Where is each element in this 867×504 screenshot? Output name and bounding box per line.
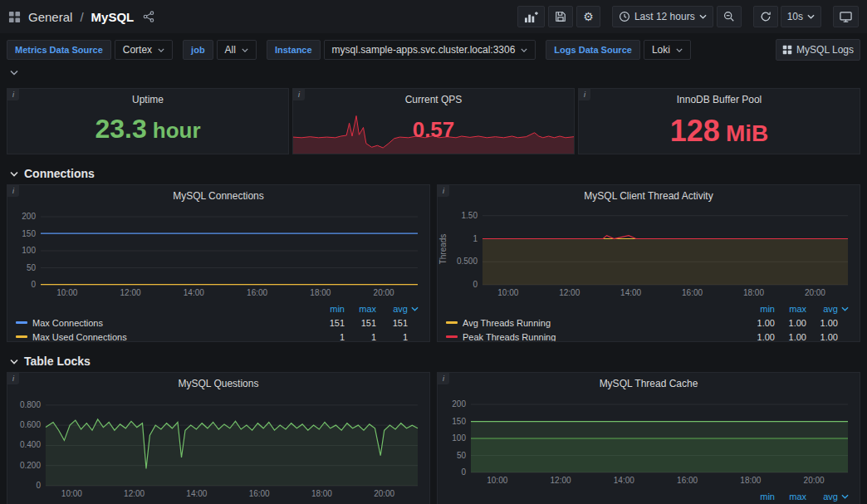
variable-value-dropdown[interactable]: Cortex xyxy=(115,40,173,60)
dashboards-icon[interactable] xyxy=(8,11,21,23)
svg-text:18:00: 18:00 xyxy=(311,489,332,498)
series-color-swatch xyxy=(446,335,458,338)
legend-value: 1.00 xyxy=(775,332,806,342)
svg-text:0.500: 0.500 xyxy=(457,257,478,266)
svg-text:0.600: 0.600 xyxy=(20,420,41,429)
legend-value: 1.00 xyxy=(743,332,775,342)
add-panel-button[interactable] xyxy=(517,6,545,27)
variable-value-dropdown[interactable]: mysql.sample-apps.svc.cluster.local:3306 xyxy=(324,40,536,60)
refresh-interval-dropdown[interactable]: 10s xyxy=(781,6,821,27)
dashboard-settings-button[interactable]: ⚙ xyxy=(576,6,600,27)
time-range-picker[interactable]: Last 12 hours xyxy=(612,6,713,27)
svg-text:16:00: 16:00 xyxy=(247,288,267,297)
legend-sort-min[interactable]: min xyxy=(743,492,775,502)
cycle-view-button[interactable] xyxy=(833,6,859,27)
variable-value-dropdown[interactable]: All xyxy=(217,40,257,60)
variable-label: job xyxy=(183,40,213,60)
panel-title[interactable]: MySQL Client Thread Activity xyxy=(438,185,860,207)
legend-sort-avg[interactable]: avg xyxy=(806,304,838,314)
legend-sort-max[interactable]: max xyxy=(345,304,376,314)
svg-text:12:00: 12:00 xyxy=(559,288,580,297)
panel-title[interactable]: MySQL Thread Cache xyxy=(438,373,860,394)
stat-value: 0.57 xyxy=(293,89,574,154)
refresh-button[interactable] xyxy=(753,6,778,27)
svg-text:1: 1 xyxy=(473,234,478,243)
zoom-out-button[interactable] xyxy=(717,6,742,27)
graph-canvas[interactable]: 00.2000.4000.6000.80010:0012:0014:0016:0… xyxy=(7,394,429,501)
svg-text:150: 150 xyxy=(22,229,36,238)
panel-title[interactable]: MySQL Connections xyxy=(7,185,429,207)
graph-canvas[interactable]: 05010015020010:0012:0014:0016:0018:0020:… xyxy=(438,394,860,487)
panel-mysql-client-thread-activity: i MySQL Client Thread Activity 00.50011.… xyxy=(437,184,860,342)
save-dashboard-button[interactable] xyxy=(548,6,573,27)
svg-text:20:00: 20:00 xyxy=(805,288,825,297)
section-title: Connections xyxy=(24,167,95,180)
svg-text:100: 100 xyxy=(452,433,466,443)
save-icon xyxy=(555,11,566,22)
series-color-swatch xyxy=(16,335,27,338)
panel-info-icon[interactable]: i xyxy=(7,373,19,384)
svg-text:14:00: 14:00 xyxy=(186,489,207,498)
legend-sort-max[interactable]: max xyxy=(775,304,806,314)
panel-uptime: i Uptime 23.3hour xyxy=(7,88,289,154)
legend-series-toggle[interactable]: Max Used Connections xyxy=(16,332,313,342)
legend-series-toggle[interactable]: Peak Threads Running xyxy=(446,332,743,342)
svg-text:0: 0 xyxy=(473,280,478,289)
svg-text:200: 200 xyxy=(452,399,466,409)
chevron-down-icon[interactable] xyxy=(408,306,421,311)
legend-value: 1.00 xyxy=(775,318,806,328)
legend-sort-min[interactable]: min xyxy=(743,304,775,314)
svg-text:12:00: 12:00 xyxy=(124,489,144,498)
section-table-locks[interactable]: Table Locks xyxy=(7,350,860,372)
graph-canvas[interactable]: 00.50011.5010:0012:0014:0016:0018:0020:0… xyxy=(438,207,860,300)
variable-instance: Instance mysql.sample-apps.svc.cluster.l… xyxy=(267,40,536,60)
panel-info-icon[interactable]: i xyxy=(293,89,305,100)
legend-sort-avg[interactable]: avg xyxy=(806,492,838,502)
variable-label: Instance xyxy=(267,40,321,60)
chevron-down-icon xyxy=(807,14,815,19)
share-icon[interactable] xyxy=(143,11,154,22)
breadcrumb-dashboard-title[interactable]: MySQL xyxy=(91,10,135,24)
panel-info-icon[interactable]: i xyxy=(7,185,19,197)
legend-sort-min[interactable]: min xyxy=(313,304,345,314)
row-collapse-icon[interactable] xyxy=(10,70,18,76)
gear-icon: ⚙ xyxy=(583,11,594,22)
graph-legend: minmaxavg xyxy=(438,487,860,503)
svg-text:50: 50 xyxy=(457,451,467,460)
variable-value-dropdown[interactable]: Loki xyxy=(644,40,691,60)
chevron-down-icon[interactable] xyxy=(838,306,851,311)
legend-value: 1 xyxy=(345,332,376,342)
legend-value: 151 xyxy=(345,318,376,328)
svg-text:18:00: 18:00 xyxy=(743,288,764,297)
legend-sort-max[interactable]: max xyxy=(775,492,806,502)
panel-info-icon[interactable]: i xyxy=(438,185,449,197)
variable-label: Metrics Data Source xyxy=(7,40,111,60)
grid-icon xyxy=(782,45,792,55)
chevron-down-icon[interactable] xyxy=(838,494,851,499)
legend-sort-avg[interactable]: avg xyxy=(376,304,408,314)
panel-title[interactable]: MySQL Questions xyxy=(7,373,429,394)
panel-mysql-connections: i MySQL Connections 05010015020010:0012:… xyxy=(7,184,430,342)
chevron-down-icon xyxy=(676,48,683,52)
breadcrumb-separator: / xyxy=(80,10,83,24)
mysql-logs-button[interactable]: MySQL Logs xyxy=(776,39,860,61)
svg-text:20:00: 20:00 xyxy=(374,489,394,498)
variable-metrics-data-source: Metrics Data Source Cortex xyxy=(7,40,173,60)
svg-text:12:00: 12:00 xyxy=(120,288,141,297)
breadcrumb-folder[interactable]: General xyxy=(28,10,72,24)
panel-mysql-questions: i MySQL Questions 00.2000.4000.6000.8001… xyxy=(7,372,430,504)
panel-info-icon[interactable]: i xyxy=(7,89,19,100)
panel-info-icon[interactable]: i xyxy=(438,373,449,384)
refresh-icon xyxy=(760,11,771,22)
section-connections[interactable]: Connections xyxy=(7,163,860,184)
legend-value: 151 xyxy=(376,318,408,328)
chevron-down-icon xyxy=(158,48,164,52)
svg-text:16:00: 16:00 xyxy=(682,288,703,297)
svg-text:0.200: 0.200 xyxy=(20,461,41,470)
legend-series-toggle[interactable]: Max Connections xyxy=(16,318,313,328)
graph-legend: minmaxavgMax Connections151151151Max Use… xyxy=(7,300,429,342)
legend-series-toggle[interactable]: Avg Threads Running xyxy=(446,318,743,328)
panel-info-icon[interactable]: i xyxy=(579,89,590,100)
graph-canvas[interactable]: 05010015020010:0012:0014:0016:0018:0020:… xyxy=(7,207,429,300)
panel-mysql-thread-cache: i MySQL Thread Cache 05010015020010:0012… xyxy=(437,372,860,504)
